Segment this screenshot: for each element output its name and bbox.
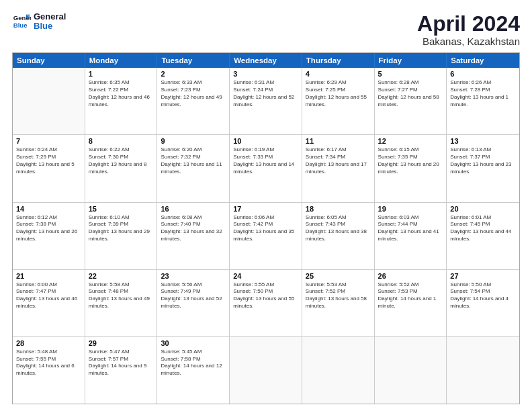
sunrise: Sunrise: 6:35 AM [89, 79, 154, 87]
header: General Blue General Blue April 2024 Bak… [12, 12, 520, 47]
calendar-day-13: 13Sunrise: 6:13 AMSunset: 7:37 PMDayligh… [447, 135, 519, 201]
calendar-day-20: 20Sunrise: 6:01 AMSunset: 7:45 PMDayligh… [447, 203, 519, 269]
calendar-day-12: 12Sunrise: 6:15 AMSunset: 7:35 PMDayligh… [375, 135, 447, 201]
empty-cell [230, 337, 302, 404]
svg-text:Blue: Blue [13, 21, 28, 29]
daylight: Daylight: 13 hours and 46 minutes. [16, 295, 81, 310]
daylight: Daylight: 13 hours and 35 minutes. [233, 228, 298, 243]
header-day-thursday: Thursday [302, 53, 375, 68]
day-number: 27 [450, 272, 516, 280]
calendar-day-28: 28Sunrise: 5:48 AMSunset: 7:55 PMDayligh… [13, 337, 85, 404]
sunrise: Sunrise: 5:47 AM [89, 349, 154, 356]
sunset: Sunset: 7:27 PM [378, 87, 443, 94]
sunset: Sunset: 7:57 PM [89, 356, 154, 363]
day-number: 6 [450, 70, 516, 78]
calendar-day-14: 14Sunrise: 6:12 AMSunset: 7:38 PMDayligh… [13, 203, 85, 269]
calendar-header: SundayMondayTuesdayWednesdayThursdayFrid… [13, 53, 519, 68]
daylight: Daylight: 13 hours and 44 minutes. [450, 228, 516, 243]
sunrise: Sunrise: 6:01 AM [450, 214, 516, 222]
daylight: Daylight: 14 hours and 9 minutes. [89, 363, 154, 377]
calendar-day-5: 5Sunrise: 6:28 AMSunset: 7:27 PMDaylight… [375, 68, 447, 134]
day-number: 7 [16, 137, 81, 145]
daylight: Daylight: 13 hours and 20 minutes. [378, 161, 443, 176]
sunrise: Sunrise: 6:15 AM [378, 146, 443, 154]
day-number: 16 [161, 205, 226, 213]
calendar-week-5: 28Sunrise: 5:48 AMSunset: 7:55 PMDayligh… [13, 337, 519, 404]
sunset: Sunset: 7:52 PM [306, 288, 371, 295]
day-number: 17 [233, 205, 298, 213]
daylight: Daylight: 13 hours and 14 minutes. [233, 161, 298, 176]
day-number: 21 [16, 272, 81, 280]
day-number: 29 [89, 339, 154, 347]
day-number: 22 [89, 272, 154, 280]
sunrise: Sunrise: 5:58 AM [89, 281, 154, 289]
day-number: 15 [89, 205, 154, 213]
sunset: Sunset: 7:50 PM [233, 288, 298, 295]
daylight: Daylight: 13 hours and 1 minute. [450, 94, 516, 109]
header-day-saturday: Saturday [447, 53, 519, 68]
daylight: Daylight: 13 hours and 52 minutes. [161, 295, 226, 310]
empty-cell [447, 337, 519, 404]
calendar-day-29: 29Sunrise: 5:47 AMSunset: 7:57 PMDayligh… [85, 337, 158, 404]
daylight: Daylight: 14 hours and 1 minute. [378, 295, 443, 310]
daylight: Daylight: 13 hours and 55 minutes. [233, 295, 298, 310]
calendar-body: 1Sunrise: 6:35 AMSunset: 7:22 PMDaylight… [13, 68, 519, 404]
day-number: 19 [378, 205, 443, 213]
sunrise: Sunrise: 6:06 AM [233, 214, 298, 222]
sunset: Sunset: 7:42 PM [233, 221, 298, 228]
calendar-day-3: 3Sunrise: 6:31 AMSunset: 7:24 PMDaylight… [230, 68, 302, 134]
day-number: 3 [233, 70, 298, 78]
header-day-wednesday: Wednesday [230, 53, 302, 68]
sunset: Sunset: 7:53 PM [378, 288, 443, 295]
sunset: Sunset: 7:38 PM [16, 221, 81, 228]
sunrise: Sunrise: 5:48 AM [16, 349, 81, 356]
day-number: 28 [16, 339, 81, 347]
calendar-day-25: 25Sunrise: 5:53 AMSunset: 7:52 PMDayligh… [302, 270, 375, 336]
daylight: Daylight: 13 hours and 8 minutes. [89, 161, 154, 176]
sunset: Sunset: 7:58 PM [161, 356, 226, 363]
calendar-week-4: 21Sunrise: 6:00 AMSunset: 7:47 PMDayligh… [13, 270, 519, 337]
sunset: Sunset: 7:30 PM [89, 154, 154, 161]
day-number: 5 [378, 70, 443, 78]
daylight: Daylight: 14 hours and 12 minutes. [161, 363, 226, 377]
calendar-day-1: 1Sunrise: 6:35 AMSunset: 7:22 PMDaylight… [85, 68, 158, 134]
day-number: 12 [378, 137, 443, 145]
header-day-sunday: Sunday [13, 53, 85, 68]
calendar-day-11: 11Sunrise: 6:17 AMSunset: 7:34 PMDayligh… [302, 135, 375, 201]
calendar-day-26: 26Sunrise: 5:52 AMSunset: 7:53 PMDayligh… [375, 270, 447, 336]
sunset: Sunset: 7:32 PM [161, 154, 226, 161]
daylight: Daylight: 13 hours and 38 minutes. [306, 228, 371, 243]
sunset: Sunset: 7:55 PM [16, 356, 81, 363]
sunrise: Sunrise: 6:03 AM [378, 214, 443, 222]
day-number: 23 [161, 272, 226, 280]
sunset: Sunset: 7:28 PM [450, 87, 516, 94]
daylight: Daylight: 13 hours and 32 minutes. [161, 228, 226, 243]
calendar-day-19: 19Sunrise: 6:03 AMSunset: 7:44 PMDayligh… [375, 203, 447, 269]
logo-icon: General Blue [12, 12, 31, 31]
daylight: Daylight: 12 hours and 55 minutes. [306, 94, 371, 109]
sunrise: Sunrise: 6:24 AM [16, 146, 81, 154]
sunset: Sunset: 7:48 PM [89, 288, 154, 295]
calendar-day-27: 27Sunrise: 5:50 AMSunset: 7:54 PMDayligh… [447, 270, 519, 336]
sunset: Sunset: 7:22 PM [89, 87, 154, 94]
logo-line2: Blue [34, 21, 66, 31]
calendar: SundayMondayTuesdayWednesdayThursdayFrid… [13, 53, 519, 404]
subtitle: Bakanas, Kazakhstan [417, 36, 520, 47]
sunrise: Sunrise: 6:19 AM [233, 146, 298, 154]
day-number: 2 [161, 70, 226, 78]
sunrise: Sunrise: 6:00 AM [16, 281, 81, 289]
day-number: 18 [306, 205, 371, 213]
calendar-day-17: 17Sunrise: 6:06 AMSunset: 7:42 PMDayligh… [230, 203, 302, 269]
daylight: Daylight: 13 hours and 23 minutes. [450, 161, 516, 176]
sunrise: Sunrise: 5:50 AM [450, 281, 516, 289]
daylight: Daylight: 13 hours and 49 minutes. [89, 295, 154, 310]
sunrise: Sunrise: 6:33 AM [161, 79, 226, 87]
daylight: Daylight: 12 hours and 58 minutes. [378, 94, 443, 109]
sunset: Sunset: 7:49 PM [161, 288, 226, 295]
calendar-day-10: 10Sunrise: 6:19 AMSunset: 7:33 PMDayligh… [230, 135, 302, 201]
day-number: 26 [378, 272, 443, 280]
sunrise: Sunrise: 6:29 AM [306, 79, 371, 87]
daylight: Daylight: 13 hours and 41 minutes. [378, 228, 443, 243]
daylight: Daylight: 14 hours and 6 minutes. [16, 363, 81, 377]
calendar-day-22: 22Sunrise: 5:58 AMSunset: 7:48 PMDayligh… [85, 270, 158, 336]
